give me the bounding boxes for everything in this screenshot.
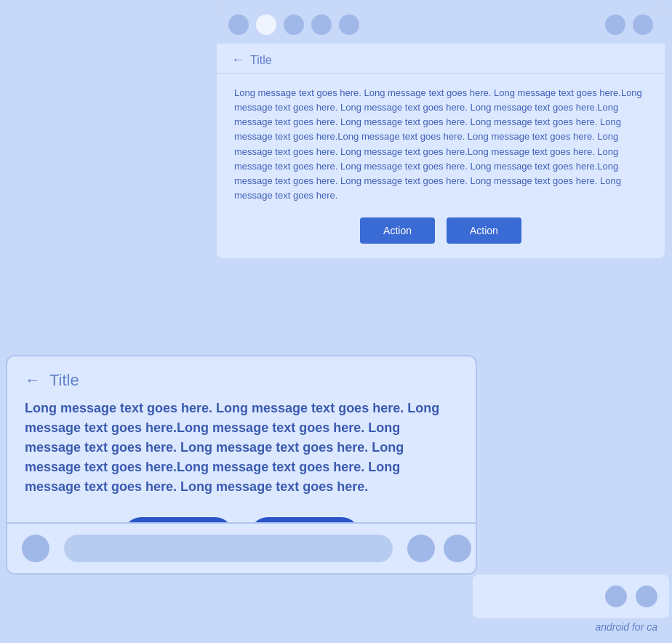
nav-dot-1 (22, 535, 49, 562)
top-card-body: Long message text goes here. Long messag… (217, 74, 665, 258)
toolbar-dot-3 (284, 15, 304, 35)
frag-dot-2 (636, 586, 657, 607)
top-back-arrow-icon[interactable]: ← (231, 52, 244, 68)
toolbar-dot-1 (228, 15, 249, 35)
watermark: android for ca (595, 621, 657, 633)
top-card: ← Title Long message text goes here. Lon… (217, 6, 665, 258)
toolbar-dot-2 (256, 15, 276, 35)
frag-dot-1 (605, 586, 627, 607)
top-message-text: Long message text goes here. Long messag… (234, 86, 647, 203)
toolbar-dots-left (228, 15, 359, 35)
toolbar-dot-4 (311, 15, 332, 35)
top-action-button-2[interactable]: Action (447, 217, 521, 244)
bottom-card-header: ← Title (7, 356, 476, 399)
nav-pill (64, 535, 393, 562)
bottom-message-text: Long message text goes here. Long messag… (25, 399, 458, 497)
top-action-button-1[interactable]: Action (360, 217, 435, 244)
bottom-back-arrow-icon[interactable]: ← (25, 371, 41, 390)
top-card-header: ← Title (217, 44, 665, 74)
toolbar-dot-r2 (633, 15, 653, 35)
bottom-card: ← Title Long message text goes here. Lon… (6, 355, 477, 575)
bottom-card-title: Title (49, 371, 79, 390)
toolbar-dots-right (605, 15, 653, 35)
toolbar-dot-r1 (605, 15, 625, 35)
top-toolbar (217, 6, 665, 44)
nav-dot-2 (407, 535, 435, 562)
nav-dot-3 (444, 535, 471, 562)
toolbar-dot-5 (339, 15, 359, 35)
bottom-nav-bar (7, 522, 477, 573)
right-fragment-card (473, 575, 669, 618)
top-action-buttons: Action Action (234, 217, 647, 244)
top-card-title: Title (250, 54, 272, 67)
